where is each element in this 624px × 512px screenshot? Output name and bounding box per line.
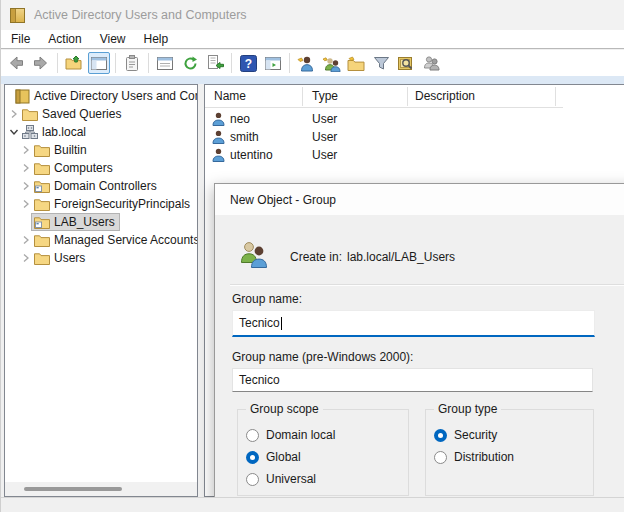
tree-item-lab-local[interactable]: lab.local — [5, 123, 197, 141]
group-type-groupbox: Group type Security Distribution — [425, 409, 594, 496]
toolbar-separator — [115, 53, 116, 73]
users-gray-icon — [422, 55, 440, 71]
chevron-right-icon[interactable] — [8, 108, 20, 120]
tree-item-builtin[interactable]: Builtin — [5, 141, 197, 159]
users-gray-button[interactable] — [420, 52, 442, 74]
tree-horizontal-scrollbar[interactable] — [5, 482, 197, 496]
folder-icon — [34, 144, 50, 157]
ou-folder-icon — [34, 216, 50, 229]
help-icon: ? — [240, 55, 257, 72]
show-console-tree-button[interactable] — [88, 52, 110, 74]
tree-item-users[interactable]: Users — [5, 249, 197, 267]
tree-item-saved-queries[interactable]: Saved Queries — [5, 105, 197, 123]
list-header: Name Type Description — [205, 85, 624, 108]
list-item-neo[interactable]: neo User — [205, 110, 624, 128]
header-underline — [205, 107, 563, 108]
chevron-right-icon[interactable] — [20, 144, 32, 156]
filter-button[interactable] — [370, 52, 392, 74]
refresh-button[interactable] — [179, 52, 201, 74]
list-item-utentino[interactable]: utentino User — [205, 146, 624, 164]
chevron-right-icon[interactable] — [20, 252, 32, 264]
column-divider[interactable] — [302, 87, 303, 106]
scrollbar-thumb[interactable] — [24, 487, 122, 491]
folder-up-icon — [65, 54, 83, 72]
tree-item-root[interactable]: Active Directory Users and Computers — [5, 87, 197, 105]
new-user-button[interactable] — [295, 52, 317, 74]
radio-unchecked-icon[interactable] — [246, 473, 259, 486]
dialog-title-bar[interactable]: New Object - Group — [215, 184, 624, 215]
up-one-level-button[interactable] — [63, 52, 85, 74]
help-button[interactable]: ? — [237, 52, 259, 74]
window-title: Active Directory Users and Computers — [34, 8, 247, 22]
toolbar-separator — [57, 53, 58, 73]
group-name-input[interactable]: Tecnico — [232, 310, 595, 337]
toolbar-separator — [231, 53, 232, 73]
clipboard-icon — [125, 55, 139, 72]
radio-domain-local[interactable]: Domain local — [246, 424, 408, 446]
tree-item-managed-service-accounts[interactable]: Managed Service Accounts — [5, 231, 197, 249]
chevron-right-icon[interactable] — [20, 198, 32, 210]
column-divider[interactable] — [555, 87, 556, 106]
tree-item-lab-users[interactable]: LAB_Users — [5, 213, 197, 231]
status-bar — [1, 497, 624, 512]
chevron-right-icon[interactable] — [20, 162, 32, 174]
radio-universal[interactable]: Universal — [246, 468, 408, 490]
refresh-icon — [182, 55, 199, 72]
tree-item-domain-controllers[interactable]: Domain Controllers — [5, 177, 197, 195]
radio-unchecked-icon[interactable] — [434, 451, 447, 464]
forward-button[interactable] — [30, 52, 52, 74]
find-button[interactable] — [395, 52, 417, 74]
create-in-row: Create in: lab.local/LAB_Users — [215, 215, 624, 284]
console-window-button[interactable] — [262, 52, 284, 74]
radio-checked-icon[interactable] — [246, 451, 259, 464]
list-item-smith[interactable]: smith User — [205, 128, 624, 146]
new-group-button[interactable] — [320, 52, 342, 74]
user-icon — [212, 148, 225, 162]
radio-unchecked-icon[interactable] — [246, 429, 259, 442]
column-type[interactable]: Type — [312, 89, 338, 103]
menu-bar: File Action View Help — [1, 30, 624, 49]
new-organizational-unit-button[interactable] — [345, 52, 367, 74]
app-window: Active Directory Users and Computers Fil… — [0, 0, 624, 512]
radio-checked-icon[interactable] — [434, 429, 447, 442]
menu-help[interactable]: Help — [135, 30, 178, 48]
folder-icon — [22, 108, 38, 121]
filter-funnel-icon — [373, 55, 390, 71]
radio-distribution[interactable]: Distribution — [434, 446, 593, 468]
column-divider[interactable] — [407, 87, 408, 106]
console-icon — [10, 8, 25, 23]
menu-view[interactable]: View — [91, 30, 135, 48]
menu-file[interactable]: File — [2, 30, 39, 48]
chevron-right-icon[interactable] — [20, 234, 32, 246]
column-description[interactable]: Description — [415, 89, 475, 103]
toolbar: ? — [1, 50, 624, 76]
pre-windows-2000-input[interactable]: Tecnico — [232, 368, 593, 392]
chevron-right-icon[interactable] — [20, 180, 32, 192]
folder-icon — [34, 162, 50, 175]
back-arrow-icon — [7, 54, 25, 72]
group-scope-legend: Group scope — [246, 402, 323, 416]
column-name[interactable]: Name — [214, 89, 246, 103]
radio-global[interactable]: Global — [246, 446, 408, 468]
ou-folder-icon — [34, 180, 50, 193]
title-bar: Active Directory Users and Computers — [1, 0, 624, 30]
export-list-button[interactable] — [204, 52, 226, 74]
tree-item-foreign-security-principals[interactable]: ForeignSecurityPrincipals — [5, 195, 197, 213]
tree-item-computers[interactable]: Computers — [5, 159, 197, 177]
group-type-legend: Group type — [434, 402, 501, 416]
group-name-label: Group name: — [232, 292, 302, 306]
console-icon — [14, 89, 30, 104]
chevron-spacer — [20, 216, 32, 228]
radio-security[interactable]: Security — [434, 424, 593, 446]
tree: Active Directory Users and Computers Sav… — [5, 85, 197, 267]
window-list-button[interactable] — [154, 52, 176, 74]
chevron-down-icon[interactable] — [8, 126, 20, 138]
console-tree-icon — [91, 57, 107, 70]
menu-action[interactable]: Action — [39, 30, 90, 48]
toolbar-separator — [148, 53, 149, 73]
new-object-group-dialog: New Object - Group Create in: lab.local/… — [214, 183, 624, 512]
back-button[interactable] — [5, 52, 27, 74]
new-group-icon — [322, 55, 341, 72]
console-tree-pane: Active Directory Users and Computers Sav… — [4, 84, 198, 497]
properties-button[interactable] — [121, 52, 143, 74]
